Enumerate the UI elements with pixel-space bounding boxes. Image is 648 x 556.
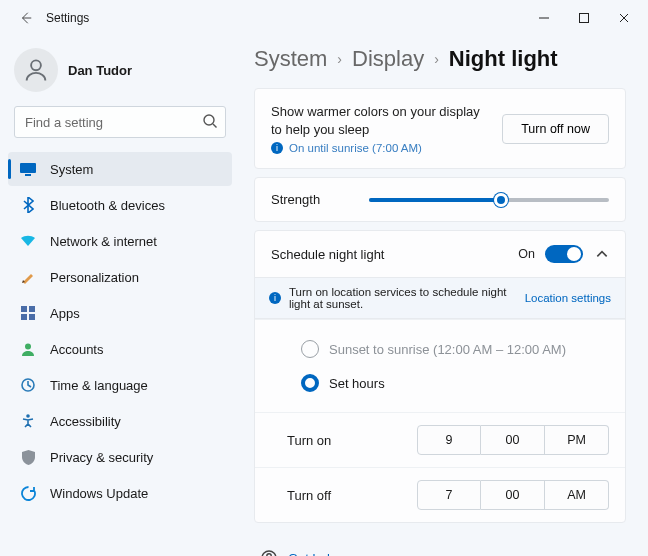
apps-icon (20, 305, 36, 321)
accessibility-icon (20, 413, 36, 429)
location-info-text: Turn on location services to schedule ni… (289, 286, 517, 310)
svg-point-9 (25, 344, 31, 350)
strength-slider[interactable] (369, 198, 609, 202)
svg-rect-6 (29, 306, 35, 312)
window-title: Settings (46, 11, 89, 25)
crumb-system[interactable]: System (254, 46, 327, 72)
turn-off-row: Turn off 7 00 AM (255, 467, 625, 522)
avatar (14, 48, 58, 92)
accounts-icon (20, 341, 36, 357)
turn-on-row: Turn on 9 00 PM (255, 412, 625, 467)
time-icon (20, 377, 36, 393)
crumb-display[interactable]: Display (352, 46, 424, 72)
svg-rect-4 (25, 174, 31, 176)
turn-off-now-button[interactable]: Turn off now (502, 114, 609, 144)
svg-rect-8 (29, 314, 35, 320)
radio-icon (301, 340, 319, 358)
close-button[interactable] (604, 4, 644, 32)
night-light-status: On until sunrise (7:00 AM) (289, 142, 422, 154)
svg-point-2 (204, 115, 214, 125)
nav-label: Bluetooth & devices (50, 198, 165, 213)
sidebar-item-apps[interactable]: Apps (8, 296, 232, 330)
svg-rect-5 (21, 306, 27, 312)
schedule-state: On (518, 247, 535, 261)
nav-label: Windows Update (50, 486, 148, 501)
turn-on-hour[interactable]: 9 (417, 425, 481, 455)
turn-off-minute[interactable]: 00 (481, 480, 545, 510)
back-button[interactable] (12, 4, 40, 32)
help-icon (260, 549, 278, 556)
nav-label: Personalization (50, 270, 139, 285)
nav-label: Network & internet (50, 234, 157, 249)
user-name: Dan Tudor (68, 63, 132, 78)
personalization-icon (20, 269, 36, 285)
turn-off-hour[interactable]: 7 (417, 480, 481, 510)
radio-sunset[interactable]: Sunset to sunrise (12:00 AM – 12:00 AM) (301, 332, 609, 366)
crumb-nightlight: Night light (449, 46, 558, 72)
maximize-button[interactable] (564, 4, 604, 32)
schedule-label: Schedule night light (271, 247, 518, 262)
svg-rect-3 (20, 163, 36, 173)
turn-on-ampm[interactable]: PM (545, 425, 609, 455)
nav-label: Accessibility (50, 414, 121, 429)
strength-card: Strength (254, 177, 626, 222)
search-input[interactable] (14, 106, 226, 138)
search-icon (202, 113, 218, 129)
nav-label: Accounts (50, 342, 103, 357)
privacy-icon (20, 449, 36, 465)
system-icon (20, 161, 36, 177)
nav: System Bluetooth & devices Network & int… (8, 152, 232, 510)
radio-set-hours[interactable]: Set hours (301, 366, 609, 400)
sidebar-item-privacy[interactable]: Privacy & security (8, 440, 232, 474)
turn-off-ampm[interactable]: AM (545, 480, 609, 510)
sidebar-item-system[interactable]: System (8, 152, 232, 186)
slider-thumb[interactable] (494, 193, 508, 207)
schedule-toggle[interactable] (545, 245, 583, 263)
minimize-button[interactable] (524, 4, 564, 32)
info-icon: i (269, 292, 281, 304)
network-icon (20, 233, 36, 249)
schedule-radio-group: Sunset to sunrise (12:00 AM – 12:00 AM) … (255, 319, 625, 412)
turn-on-label: Turn on (287, 433, 377, 448)
radio-sunset-label: Sunset to sunrise (12:00 AM – 12:00 AM) (329, 342, 566, 357)
radio-sethours-label: Set hours (329, 376, 385, 391)
night-light-description: Show warmer colors on your display to he… (271, 103, 491, 138)
location-settings-link[interactable]: Location settings (525, 292, 611, 304)
nav-label: Time & language (50, 378, 148, 393)
chevron-right-icon: › (337, 51, 342, 67)
svg-point-11 (26, 414, 30, 418)
sidebar-item-accessibility[interactable]: Accessibility (8, 404, 232, 438)
sidebar: Dan Tudor System Bluetooth & devices Net… (0, 36, 240, 556)
nav-label: Apps (50, 306, 80, 321)
strength-label: Strength (271, 192, 351, 207)
night-light-summary-card: Show warmer colors on your display to he… (254, 88, 626, 169)
sidebar-item-accounts[interactable]: Accounts (8, 332, 232, 366)
sidebar-item-update[interactable]: Windows Update (8, 476, 232, 510)
schedule-header[interactable]: Schedule night light On (255, 231, 625, 277)
nav-label: Privacy & security (50, 450, 153, 465)
info-icon: i (271, 142, 283, 154)
location-info-bar: i Turn on location services to schedule … (255, 277, 625, 319)
bluetooth-icon (20, 197, 36, 213)
update-icon (20, 485, 36, 501)
main-content: System › Display › Night light Show warm… (240, 36, 648, 556)
svg-rect-7 (21, 314, 27, 320)
turn-off-label: Turn off (287, 488, 377, 503)
sidebar-item-bluetooth[interactable]: Bluetooth & devices (8, 188, 232, 222)
sidebar-item-network[interactable]: Network & internet (8, 224, 232, 258)
chevron-right-icon: › (434, 51, 439, 67)
get-help-link[interactable]: Get help (254, 531, 626, 556)
svg-point-1 (31, 60, 41, 70)
get-help-label: Get help (288, 551, 337, 556)
svg-rect-0 (580, 14, 589, 23)
sidebar-item-personalization[interactable]: Personalization (8, 260, 232, 294)
sidebar-item-time[interactable]: Time & language (8, 368, 232, 402)
profile[interactable]: Dan Tudor (8, 42, 232, 106)
schedule-card: Schedule night light On i Turn on locati… (254, 230, 626, 523)
chevron-up-icon (595, 247, 609, 261)
nav-label: System (50, 162, 93, 177)
turn-on-minute[interactable]: 00 (481, 425, 545, 455)
breadcrumb: System › Display › Night light (254, 46, 626, 88)
titlebar: Settings (0, 0, 648, 36)
search-box[interactable] (14, 106, 226, 138)
